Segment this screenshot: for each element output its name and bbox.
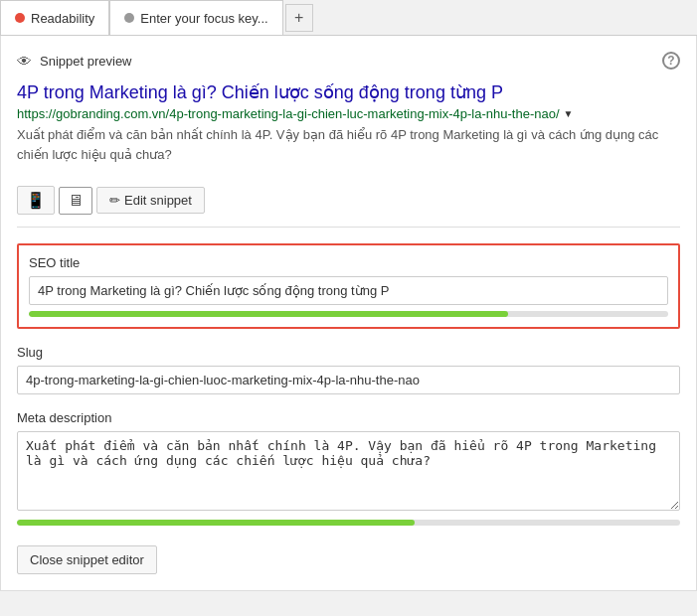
seo-fields: SEO title Slug Meta description Xuất phá…: [17, 243, 680, 574]
eye-icon: 👁: [17, 53, 32, 70]
meta-description-label: Meta description: [17, 410, 680, 425]
snippet-title[interactable]: 4P trong Marketing là gì? Chiến lược sốn…: [17, 81, 680, 104]
tab-focus-key-label: Enter your focus key...: [140, 11, 267, 26]
meta-description-progress-bar: [17, 520, 680, 526]
snippet-preview-title-group: 👁 Snippet preview: [17, 53, 132, 70]
seo-title-group: SEO title: [17, 243, 680, 329]
slug-label: Slug: [17, 345, 680, 360]
meta-description-progress-fill: [17, 520, 415, 526]
tab-readability-label: Readability: [31, 11, 94, 26]
slug-group: Slug: [17, 345, 680, 394]
desktop-device-button[interactable]: 🖥: [59, 187, 92, 215]
edit-snippet-button[interactable]: ✏ Edit snippet: [96, 187, 205, 214]
meta-description-group: Meta description Xuất phát điểm và căn b…: [17, 410, 680, 526]
seo-title-progress-bar: [29, 311, 668, 317]
edit-snippet-label: Edit snippet: [124, 193, 192, 208]
main-content: 👁 Snippet preview ? 4P trong Marketing l…: [0, 36, 697, 591]
add-tab-button[interactable]: +: [285, 4, 313, 32]
seo-title-input[interactable]: [29, 276, 668, 305]
seo-title-progress-fill: [29, 311, 508, 317]
pencil-icon: ✏: [109, 193, 120, 208]
add-icon: +: [294, 9, 303, 27]
seo-title-label: SEO title: [29, 255, 668, 270]
snippet-url: https://gobranding.com.vn/4p-trong-marke…: [17, 106, 680, 121]
meta-description-input[interactable]: Xuất phát điểm và căn bản nhất chính là …: [17, 431, 680, 511]
tab-focus-key[interactable]: Enter your focus key...: [109, 0, 282, 35]
focus-key-dot: [124, 13, 134, 23]
snippet-preview-header: 👁 Snippet preview ?: [17, 52, 680, 70]
snippet-preview-label: Snippet preview: [40, 54, 132, 69]
divider: [17, 227, 680, 228]
desktop-icon: 🖥: [68, 192, 84, 209]
tab-bar: Readability Enter your focus key... +: [0, 0, 697, 36]
mobile-icon: 📱: [26, 192, 46, 209]
readability-dot: [15, 13, 25, 23]
help-icon[interactable]: ?: [662, 52, 680, 70]
device-buttons: 📱 🖥 ✏ Edit snippet: [17, 186, 680, 215]
tab-readability[interactable]: Readability: [0, 0, 109, 35]
snippet-description: Xuất phát điểm và căn bản nhất chính là …: [17, 125, 680, 164]
snippet-url-text: https://gobranding.com.vn/4p-trong-marke…: [17, 106, 560, 121]
mobile-device-button[interactable]: 📱: [17, 186, 55, 215]
slug-input[interactable]: [17, 366, 680, 394]
close-snippet-editor-button[interactable]: Close snippet editor: [17, 545, 157, 574]
url-arrow-icon: ▼: [564, 108, 574, 119]
snippet-preview-box: 4P trong Marketing là gì? Chiến lược sốn…: [17, 81, 680, 176]
close-snippet-editor-label: Close snippet editor: [30, 552, 144, 567]
